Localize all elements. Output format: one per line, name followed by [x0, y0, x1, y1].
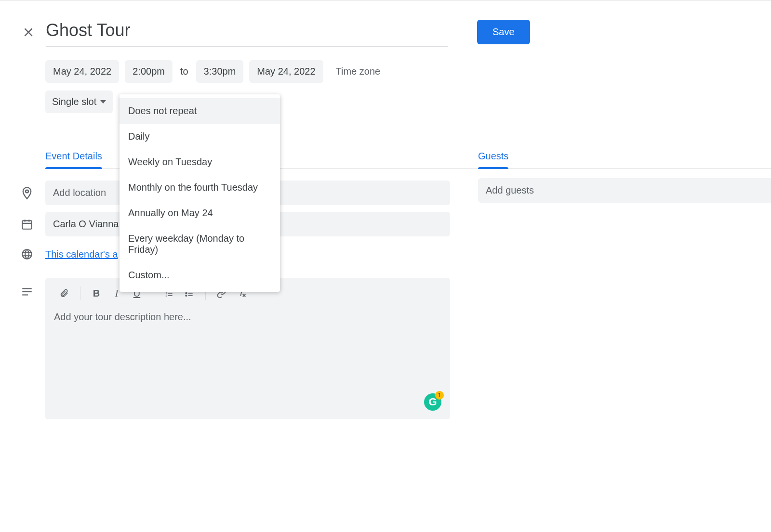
chevron-down-icon [100, 100, 106, 104]
slot-type-label: Single slot [52, 96, 96, 107]
grammarly-badge[interactable]: G 1 [424, 393, 441, 411]
to-label: to [178, 66, 190, 77]
timezone-button[interactable]: Time zone [329, 66, 381, 77]
svg-point-20 [186, 293, 187, 294]
availability-link[interactable]: This calendar's a [45, 249, 118, 260]
repeat-option-custom[interactable]: Custom... [120, 262, 280, 288]
description-textarea[interactable]: Add your tour description here... [45, 309, 450, 419]
guests-input[interactable] [478, 178, 771, 203]
repeat-option-weekday[interactable]: Every weekday (Monday to Friday) [120, 226, 280, 262]
svg-point-2 [26, 190, 28, 193]
repeat-option-does-not-repeat[interactable]: Does not repeat [120, 98, 280, 124]
calendar-icon [21, 218, 33, 231]
end-time-chip[interactable]: 3:30pm [196, 60, 244, 83]
paperclip-icon [59, 288, 69, 298]
repeat-option-daily[interactable]: Daily [120, 124, 280, 149]
repeat-option-monthly[interactable]: Monthly on the fourth Tuesday [120, 175, 280, 200]
tab-event-details[interactable]: Event Details [45, 151, 102, 169]
attachment-button[interactable] [54, 285, 74, 302]
svg-point-21 [186, 295, 187, 297]
svg-text:3: 3 [166, 294, 167, 297]
grammarly-count: 1 [435, 391, 444, 400]
end-date-chip[interactable]: May 24, 2022 [249, 60, 323, 83]
close-icon [22, 26, 35, 39]
event-title-input[interactable] [46, 17, 448, 47]
bold-button[interactable]: B [86, 285, 106, 302]
svg-rect-3 [22, 221, 32, 229]
start-date-chip[interactable]: May 24, 2022 [45, 60, 119, 83]
description-box: B I U 1 2 3 [45, 278, 450, 419]
save-button[interactable]: Save [477, 20, 530, 44]
repeat-option-annually[interactable]: Annually on May 24 [120, 200, 280, 226]
globe-icon [21, 248, 33, 260]
toolbar-separator [80, 286, 80, 300]
repeat-dropdown-menu: Does not repeat Daily Weekly on Tuesday … [120, 94, 280, 292]
tab-guests[interactable]: Guests [478, 151, 508, 169]
location-icon [20, 186, 34, 200]
description-icon [21, 285, 33, 298]
slot-type-dropdown[interactable]: Single slot [45, 91, 113, 113]
repeat-option-weekly[interactable]: Weekly on Tuesday [120, 149, 280, 175]
close-button[interactable] [17, 21, 40, 44]
start-time-chip[interactable]: 2:00pm [125, 60, 173, 83]
